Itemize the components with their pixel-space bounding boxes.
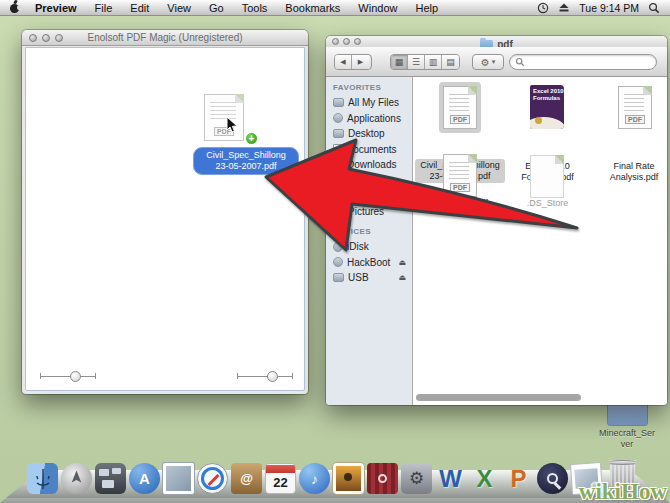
- idisk-icon: [333, 242, 343, 252]
- desktop: Preview File Edit View Go Tools Bookmark…: [0, 0, 670, 503]
- music-icon: ♪: [333, 191, 344, 200]
- dock-launchpad-icon[interactable]: [61, 463, 92, 494]
- dock-word-icon[interactable]: W: [435, 463, 466, 494]
- dock-mission-control-icon[interactable]: [95, 463, 126, 494]
- back-button[interactable]: ◀: [335, 55, 352, 69]
- menubar-clock[interactable]: Tue 9:14 PM: [579, 2, 639, 14]
- file-civil-spec-pdf[interactable]: PDF: [443, 86, 477, 129]
- pdf-app-title: Enolsoft PDF Magic (Unregistered): [22, 32, 308, 43]
- book-cover-title: Excel 2010 Formulas: [530, 85, 564, 102]
- dock-address-book-icon[interactable]: @: [231, 463, 262, 494]
- pictures-icon: [333, 207, 344, 216]
- sidebar-item-applications[interactable]: Applications: [333, 111, 412, 127]
- file-ds-store[interactable]: [530, 155, 564, 198]
- search-input[interactable]: [525, 57, 640, 67]
- dock-photo-booth-icon[interactable]: [367, 463, 398, 494]
- apple-menu-icon[interactable]: [10, 2, 21, 13]
- pdf-badge: PDF: [450, 183, 470, 192]
- navigation-buttons: ◀ ▶: [334, 54, 372, 70]
- view-switcher: ▦ ☰ ▥ ▤: [390, 54, 460, 70]
- coverflow-view-button[interactable]: ▤: [442, 55, 459, 69]
- menu-view[interactable]: View: [158, 0, 200, 16]
- file-final-rate-pdf[interactable]: PDF: [618, 86, 652, 129]
- right-slider-knob[interactable]: [267, 371, 278, 382]
- left-slider-knob[interactable]: [70, 371, 81, 382]
- list-view-button[interactable]: ☰: [408, 55, 425, 69]
- finder-sidebar: FAVORITES All My Files Applications Desk…: [326, 77, 413, 405]
- pdf-badge: PDF: [625, 115, 645, 124]
- menu-edit[interactable]: Edit: [121, 0, 158, 16]
- menu-tools[interactable]: Tools: [233, 0, 277, 16]
- dock-powerpoint-icon[interactable]: P: [503, 463, 534, 494]
- wikihow-watermark: wikiHow: [579, 479, 667, 503]
- mouse-cursor-icon: [226, 116, 239, 133]
- right-zoom-slider[interactable]: [237, 370, 293, 382]
- dock-finder-icon[interactable]: [27, 463, 58, 494]
- dock-mail-icon[interactable]: [163, 463, 194, 494]
- hackboot-disk-icon: [333, 257, 343, 267]
- sidebar-item-all-my-files[interactable]: All My Files: [333, 95, 412, 111]
- sidebar-item-downloads[interactable]: Downloads: [333, 157, 412, 173]
- file-label[interactable]: .DS_Store: [510, 198, 585, 209]
- time-machine-icon[interactable]: [537, 2, 549, 14]
- sidebar-item-movies[interactable]: Movies: [333, 173, 412, 189]
- eject-icon[interactable]: ⏏: [398, 258, 406, 267]
- applications-icon: [333, 113, 343, 123]
- sidebar-item-desktop[interactable]: Desktop: [333, 126, 412, 142]
- column-view-button[interactable]: ▥: [425, 55, 442, 69]
- finder-titlebar[interactable]: pdf: [326, 36, 667, 47]
- menu-window[interactable]: Window: [349, 0, 406, 16]
- sidebar-item-music[interactable]: ♪Music: [333, 188, 412, 204]
- movies-icon: [333, 176, 344, 185]
- search-field[interactable]: [509, 54, 657, 70]
- dock-itunes-icon[interactable]: ♪: [299, 463, 330, 494]
- sidebar-item-documents[interactable]: Documents: [333, 142, 412, 158]
- sidebar-item-pictures[interactable]: Pictures: [333, 204, 412, 220]
- usb-icon: [333, 273, 344, 282]
- action-gear-button[interactable]: ⚙ ▾: [472, 54, 504, 70]
- sidebar-item-usb[interactable]: USB⏏: [333, 270, 412, 286]
- minecraft-server-label: Minecraft_Ser ver: [582, 428, 670, 450]
- sidebar-item-idisk[interactable]: iDisk: [333, 239, 412, 255]
- menu-go[interactable]: Go: [200, 0, 233, 16]
- dock-screenshot-icon[interactable]: [537, 463, 568, 494]
- dock-safari-icon[interactable]: [197, 463, 228, 494]
- file-excel-formulas-pdf[interactable]: Excel 2010 Formulas: [530, 85, 564, 128]
- dock-excel-icon[interactable]: X: [469, 463, 500, 494]
- search-icon: [515, 57, 525, 67]
- file-label[interactable]: Volume-III.pdf: [420, 198, 500, 209]
- dock-calendar-icon[interactable]: 22: [265, 463, 296, 494]
- horizontal-scrollbar[interactable]: [416, 394, 581, 401]
- dock-system-preferences-icon[interactable]: ⚙: [401, 463, 432, 494]
- dock-iphoto-icon[interactable]: [333, 463, 364, 494]
- pdf-app-titlebar[interactable]: Enolsoft PDF Magic (Unregistered): [22, 30, 308, 46]
- left-zoom-slider[interactable]: [40, 370, 96, 382]
- eject-icon[interactable]: ⏏: [398, 273, 406, 282]
- menu-bookmarks[interactable]: Bookmarks: [276, 0, 349, 16]
- menu-bar: Preview File Edit View Go Tools Bookmark…: [0, 0, 670, 16]
- finder-window: pdf ◀ ▶ ▦ ☰ ▥ ▤ ⚙ ▾ ▦ ▾: [326, 36, 667, 405]
- finder-toolbar: ◀ ▶ ▦ ☰ ▥ ▤ ⚙ ▾ ▦ ▾: [326, 47, 667, 77]
- finder-file-area[interactable]: PDF Civil_Spec_Shillong23-05-2007.pdf Ex…: [414, 77, 667, 405]
- menu-preview[interactable]: Preview: [33, 0, 86, 16]
- menu-help[interactable]: Help: [406, 0, 447, 16]
- file-label[interactable]: Final RateAnalysis.pdf: [600, 161, 667, 183]
- devices-header: DEVICES: [333, 227, 412, 236]
- dock-app-store-icon[interactable]: A: [129, 463, 160, 494]
- pdf-badge: PDF: [450, 115, 470, 124]
- menu-file[interactable]: File: [86, 0, 122, 16]
- downloads-icon: [333, 160, 343, 170]
- forward-button[interactable]: ▶: [352, 55, 369, 69]
- pdf-app-drop-area[interactable]: PDF + Civil_Spec_Shillong 23-05-2007.pdf: [25, 47, 305, 391]
- spotlight-icon[interactable]: [648, 2, 660, 14]
- icon-view-button[interactable]: ▦: [391, 55, 408, 69]
- file-volume-iii-pdf[interactable]: PDF: [443, 154, 477, 197]
- chevron-down-icon: ▾: [492, 58, 496, 66]
- favorites-header: FAVORITES: [333, 83, 412, 92]
- eject-menu-icon[interactable]: [558, 2, 570, 13]
- all-my-files-icon: [333, 98, 344, 107]
- pdf-app-window: Enolsoft PDF Magic (Unregistered) PDF + …: [22, 30, 308, 394]
- documents-icon: [333, 144, 342, 155]
- gear-icon: ⚙: [481, 57, 490, 68]
- sidebar-item-hackboot[interactable]: HackBoot⏏: [333, 255, 412, 271]
